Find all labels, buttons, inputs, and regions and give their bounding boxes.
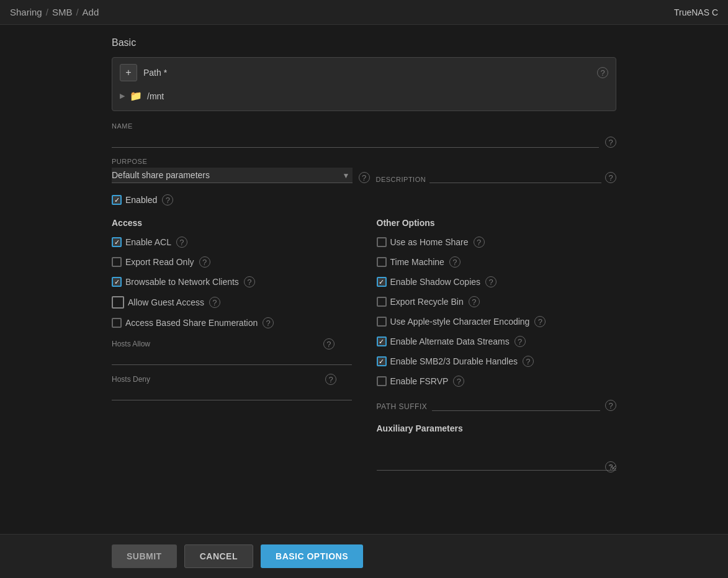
enabled-checkbox[interactable]: ✓ (112, 195, 122, 205)
smb23-handles-checkbox[interactable]: ✓ (377, 356, 387, 366)
enable-acl-help-icon[interactable]: ? (176, 237, 187, 248)
export-read-only-checkbox[interactable] (112, 257, 122, 267)
other-options-column: Other Options Use as Home Share ? Time M… (377, 218, 617, 472)
path-suffix-label: Path Suffix (377, 402, 428, 411)
enable-acl-label[interactable]: ✓ Enable ACL (112, 237, 171, 247)
browsable-text: Browsable to Network Clients (125, 277, 239, 287)
hosts-allow-input[interactable] (112, 350, 352, 365)
allow-guest-label[interactable]: Allow Guest Access (112, 296, 204, 309)
purpose-label: Purpose (112, 158, 353, 165)
path-help-icon[interactable]: ? (597, 67, 608, 78)
alt-data-streams-label[interactable]: ✓ Enable Alternate Data Streams (377, 336, 510, 346)
enabled-checkbox-label[interactable]: ✓ Enabled (112, 195, 157, 205)
other-option-5: ✓ Enable Alternate Data Streams ? (377, 336, 617, 347)
home-share-checkbox[interactable] (377, 237, 387, 247)
alt-data-streams-help-icon[interactable]: ? (515, 336, 526, 347)
folder-name: /mnt (147, 91, 164, 101)
access-option-1: Export Read Only ? (112, 256, 352, 268)
folder-icon: 📁 (130, 90, 142, 102)
breadcrumb-sep1: / (46, 7, 48, 17)
abs-enum-checkbox[interactable] (112, 318, 122, 328)
shadow-copies-checkbox[interactable]: ✓ (377, 277, 387, 287)
recycle-bin-checkbox[interactable] (377, 297, 387, 307)
path-suffix-help-icon[interactable]: ? (605, 400, 616, 411)
enabled-checkmark: ✓ (114, 197, 120, 204)
path-add-button[interactable]: + (120, 64, 137, 81)
time-machine-checkbox[interactable] (377, 257, 387, 267)
other-option-1: Time Machine ? (377, 256, 617, 268)
purpose-help-icon[interactable]: ? (359, 172, 370, 183)
time-machine-text: Time Machine (390, 257, 444, 267)
description-wrap: Description ? (376, 168, 617, 183)
shadow-copies-text: Enable Shadow Copies (390, 277, 481, 287)
other-option-6: ✓ Enable SMB2/3 Durable Handles ? (377, 356, 617, 367)
hosts-allow-group: Hosts Allow ? (112, 338, 352, 365)
fsrvp-checkbox[interactable] (377, 376, 387, 386)
name-input[interactable] (112, 132, 599, 148)
access-title: Access (112, 218, 352, 228)
aux-params-section: Auxiliary Parameters ↘ ? (377, 423, 617, 472)
enabled-help-icon[interactable]: ? (162, 194, 173, 205)
access-column: Access ✓ Enable ACL ? Export Read Only ? (112, 218, 352, 472)
smb23-handles-help-icon[interactable]: ? (523, 356, 534, 367)
path-suffix-input[interactable] (432, 395, 600, 411)
alt-data-streams-checkbox[interactable]: ✓ (377, 336, 387, 346)
recycle-bin-help-icon[interactable]: ? (469, 296, 480, 307)
breadcrumb: Sharing / SMB / Add (10, 7, 99, 17)
breadcrumb-sep2: / (76, 7, 78, 17)
browsable-label[interactable]: ✓ Browsable to Network Clients (112, 277, 239, 287)
description-help-icon[interactable]: ? (605, 172, 616, 183)
hosts-allow-label: Hosts Allow ? (112, 338, 352, 350)
other-option-0: Use as Home Share ? (377, 237, 617, 248)
abs-enum-text: Access Based Share Enumeration (125, 318, 258, 328)
allow-guest-checkbox[interactable] (112, 296, 124, 309)
breadcrumb-sharing[interactable]: Sharing (10, 7, 42, 17)
allow-guest-help-icon[interactable]: ? (209, 297, 220, 308)
button-row: SUBMIT CANCEL BASIC OPTIONS (0, 534, 728, 578)
fsrvp-help-icon[interactable]: ? (453, 376, 464, 387)
submit-button[interactable]: SUBMIT (112, 544, 177, 568)
shadow-copies-label[interactable]: ✓ Enable Shadow Copies (377, 277, 481, 287)
hosts-deny-label: Hosts Deny ? (112, 374, 352, 385)
browsable-help-icon[interactable]: ? (244, 276, 255, 287)
time-machine-help-icon[interactable]: ? (449, 256, 461, 268)
home-share-text: Use as Home Share (390, 237, 469, 247)
aux-params-textarea[interactable] (377, 440, 617, 471)
apple-encoding-label[interactable]: Use Apple-style Character Encoding (377, 317, 530, 327)
path-suffix-section: Path Suffix ? Auxiliary Parameters ↘ ? (377, 395, 617, 472)
main-content: Basic + Path * ? ▶ (0, 25, 728, 497)
path-container: + Path * ? ▶ 📁 /mnt (112, 57, 616, 111)
home-share-help-icon[interactable]: ? (474, 237, 485, 248)
abs-enum-help-icon[interactable]: ? (263, 317, 274, 328)
export-read-only-label[interactable]: Export Read Only (112, 257, 194, 267)
name-label: Name (112, 122, 599, 130)
home-share-label[interactable]: Use as Home Share (377, 237, 469, 247)
fsrvp-label[interactable]: Enable FSRVP (377, 376, 449, 386)
aux-params-help-icon[interactable]: ? (605, 461, 616, 472)
access-option-3: Allow Guest Access ? (112, 296, 352, 309)
cancel-button[interactable]: CANCEL (184, 544, 253, 568)
browsable-checkbox[interactable]: ✓ (112, 277, 122, 287)
purpose-select-wrap: Purpose Default share parameters ▼ (112, 158, 353, 183)
abs-enum-label[interactable]: Access Based Share Enumeration (112, 318, 258, 328)
name-field-group: Name (112, 122, 599, 148)
other-option-4: Use Apple-style Character Encoding ? (377, 316, 617, 327)
smb23-handles-label[interactable]: ✓ Enable SMB2/3 Durable Handles (377, 356, 518, 366)
recycle-bin-label[interactable]: Export Recycle Bin (377, 297, 464, 307)
enable-acl-checkbox[interactable]: ✓ (112, 237, 122, 247)
hosts-deny-help-icon[interactable]: ? (325, 374, 336, 385)
hosts-allow-help-icon[interactable]: ? (323, 338, 335, 350)
basic-options-button[interactable]: BASIC OPTIONS (261, 544, 363, 568)
brand-label: TrueNAS C (674, 7, 718, 17)
purpose-select[interactable]: Default share parameters (112, 168, 353, 183)
shadow-copies-help-icon[interactable]: ? (485, 276, 497, 287)
apple-encoding-checkbox[interactable] (377, 317, 387, 327)
name-help-icon[interactable]: ? (605, 137, 616, 148)
description-input[interactable] (429, 168, 601, 183)
time-machine-label[interactable]: Time Machine (377, 257, 444, 267)
breadcrumb-smb[interactable]: SMB (52, 7, 73, 17)
folder-expand-arrow[interactable]: ▶ (120, 92, 125, 100)
export-read-only-help-icon[interactable]: ? (199, 256, 210, 268)
hosts-deny-input[interactable] (112, 385, 352, 400)
apple-encoding-help-icon[interactable]: ? (534, 316, 546, 327)
